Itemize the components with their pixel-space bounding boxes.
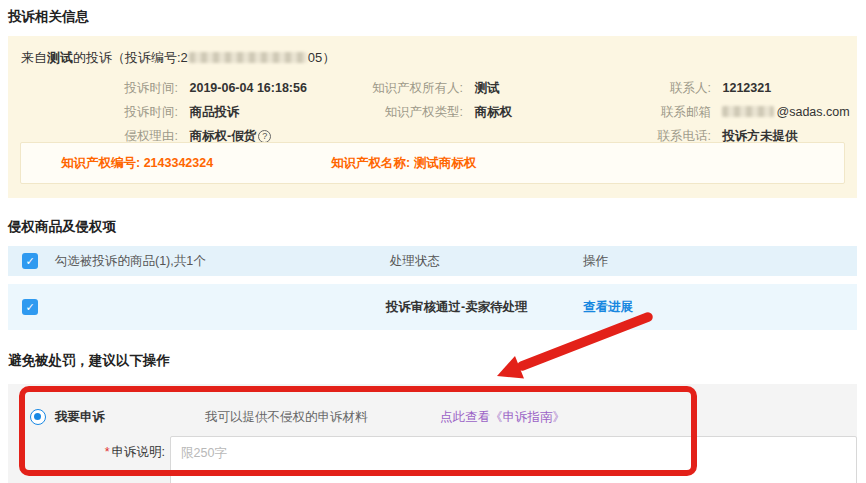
section-title-infringing-goods: 侵权商品及侵权项 xyxy=(8,218,116,236)
radio-dot-icon xyxy=(34,413,41,420)
appeal-description-text: 我可以提供不侵权的申诉材料 xyxy=(205,407,368,427)
source-mid: 的投诉（投诉编号:2 xyxy=(73,50,188,65)
source-name: 测试 xyxy=(47,50,73,65)
info-column-left: 投诉时间: 2019-06-04 16:18:56 投诉时间: 商品投诉 侵权理… xyxy=(13,76,307,148)
products-table-header: ✓ 勾选被投诉的商品(1),共1个 处理状态 操作 xyxy=(8,246,857,276)
info-field: 联系邮箱 @sadas.com xyxy=(553,100,850,124)
ip-number: 知识产权编号: 2143342324 xyxy=(61,143,213,183)
field-value: 2019-06-04 16:18:56 xyxy=(189,81,306,95)
field-value: 商品投诉 xyxy=(189,105,239,119)
info-field: 投诉时间: 商品投诉 xyxy=(13,100,307,124)
appeal-option-row: 我要申诉 我可以提供不侵权的申诉材料 点此查看《申诉指南》 xyxy=(8,407,857,427)
field-label: 知识产权类型: xyxy=(293,100,463,124)
ip-info-box: 知识产权编号: 2143342324 知识产权名称: 测试商标权 xyxy=(20,142,845,184)
info-field: 知识产权所有人: 测试 xyxy=(293,76,512,100)
column-header-status: 处理状态 xyxy=(390,246,440,276)
column-header-action: 操作 xyxy=(583,246,608,276)
field-label: 联系人: xyxy=(553,76,711,100)
info-field: 联系人: 1212321 xyxy=(553,76,850,100)
select-products-label: 勾选被投诉的商品(1),共1个 xyxy=(55,246,206,276)
complaint-info-panel: 来自测试的投诉（投诉编号:205） 投诉时间: 2019-06-04 16:18… xyxy=(8,36,857,198)
complaint-source-line: 来自测试的投诉（投诉编号:205） xyxy=(21,49,335,67)
section-title-suggested-actions: 避免被处罚，建议以下操作 xyxy=(8,352,170,370)
select-all-checkbox[interactable]: ✓ xyxy=(22,253,38,269)
complaint-detail-page: 投诉相关信息 来自测试的投诉（投诉编号:205） 投诉时间: 2019-06-0… xyxy=(0,0,866,483)
check-icon: ✓ xyxy=(25,301,34,313)
appeal-guide-link[interactable]: 点此查看《申诉指南》 xyxy=(440,407,565,427)
field-label: 投诉时间: xyxy=(13,100,178,124)
appeal-radio[interactable] xyxy=(30,409,46,425)
status-badge: 投诉审核通过-卖家待处理 xyxy=(386,284,528,330)
product-checkbox[interactable]: ✓ xyxy=(22,299,38,315)
ip-name: 知识产权名称: 测试商标权 xyxy=(331,143,476,183)
info-field: 投诉时间: 2019-06-04 16:18:56 xyxy=(13,76,307,100)
info-field: 知识产权类型: 商标权 xyxy=(293,100,512,124)
field-label: 联系邮箱 xyxy=(553,100,711,124)
field-value: 商标权 xyxy=(474,105,512,119)
appeal-form-label: *申诉说明: xyxy=(8,442,165,462)
field-value: 投诉方未提供 xyxy=(722,129,797,143)
product-row: ✓ 投诉审核通过-卖家待处理 查看进展 xyxy=(8,284,857,330)
view-progress-link[interactable]: 查看进展 xyxy=(583,284,633,330)
appeal-panel: 我要申诉 我可以提供不侵权的申诉材料 点此查看《申诉指南》 *申诉说明: xyxy=(8,384,857,483)
section-title-complaint-info: 投诉相关信息 xyxy=(8,8,89,26)
required-mark: * xyxy=(105,445,110,459)
redacted-email-prefix xyxy=(722,106,774,117)
field-value: 1212321 xyxy=(722,81,771,95)
field-value: 测试 xyxy=(474,81,499,95)
source-prefix: 来自 xyxy=(21,50,47,65)
field-value: @sadas.com xyxy=(722,105,849,119)
info-column-middle: 知识产权所有人: 测试 知识产权类型: 商标权 xyxy=(293,76,512,124)
appeal-radio-label: 我要申诉 xyxy=(55,407,105,427)
source-suffix: 05） xyxy=(308,50,335,65)
field-label: 知识产权所有人: xyxy=(293,76,463,100)
field-label: 投诉时间: xyxy=(13,76,178,100)
info-column-right: 联系人: 1212321 联系邮箱 @sadas.com 联系电话: 投诉方未提… xyxy=(553,76,850,148)
redacted-complaint-number xyxy=(189,52,307,63)
field-value: 商标权-假货? xyxy=(189,129,271,143)
appeal-description-textarea[interactable] xyxy=(170,436,857,483)
check-icon: ✓ xyxy=(25,255,34,267)
